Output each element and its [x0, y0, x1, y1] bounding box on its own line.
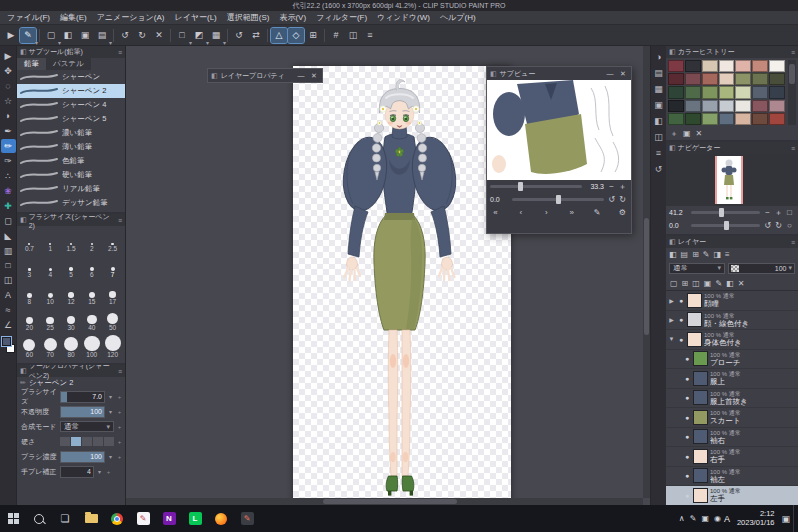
brush-size-option[interactable]: 12 — [61, 281, 82, 306]
canvas-vertical-scrollbar[interactable] — [643, 46, 650, 498]
grid-view-icon[interactable]: # — [328, 28, 344, 43]
blend-mode-select[interactable]: 通常 ▾ — [669, 263, 725, 274]
folder-caret-icon[interactable]: ▶ — [668, 297, 675, 304]
brush-size-option[interactable]: 30 — [61, 307, 82, 332]
layer-property-floating-window[interactable]: ◧ レイヤープロパティ — ✕ — [207, 68, 323, 83]
layer-visibility-icon[interactable]: ● — [683, 433, 691, 440]
layer-opacity-control[interactable]: 100 ▾ — [728, 263, 795, 274]
operation-tool[interactable]: ▶ — [1, 49, 16, 63]
hardness-segment[interactable] — [82, 437, 92, 446]
property-expand-icon[interactable]: + — [116, 409, 123, 415]
panel-menu-icon[interactable]: ≡ — [118, 217, 122, 224]
color-swatch[interactable] — [719, 86, 735, 98]
document-canvas[interactable] — [293, 66, 511, 505]
color-swatch[interactable] — [719, 100, 735, 112]
rotate-left-icon[interactable]: ↺ — [606, 194, 617, 205]
auto-select-tool[interactable]: ☆ — [1, 94, 16, 108]
layer-row[interactable]: ●100 % 通常袖右 — [666, 428, 798, 448]
layer-tab-icon[interactable]: ≡ — [656, 148, 661, 158]
layer-visibility-icon[interactable]: ● — [683, 492, 691, 499]
brush-size-option[interactable]: 0.7 — [19, 228, 40, 253]
slider-knob[interactable] — [556, 195, 561, 204]
deselect-icon[interactable]: □▾ — [174, 28, 190, 43]
tray-display-icon[interactable]: ▣ — [701, 514, 709, 523]
color-set-tab-icon[interactable]: ▦ — [654, 84, 663, 94]
color-swatch[interactable] — [752, 73, 768, 85]
show-desktop-button[interactable] — [793, 505, 798, 532]
brush-item[interactable]: 色鉛筆 — [17, 154, 125, 168]
brush-size-option[interactable]: 40 — [81, 307, 102, 332]
undo-icon[interactable]: ↺ — [117, 28, 133, 43]
brush-item[interactable]: デッサン鉛筆 — [17, 196, 125, 210]
subview-tab-icon[interactable]: ◫ — [654, 132, 663, 142]
navigator-zoom-slider[interactable] — [691, 211, 760, 214]
layer-color-icon[interactable]: ◧ — [669, 250, 677, 259]
rotate-left-icon[interactable]: ↺ — [762, 220, 773, 231]
color-swatch[interactable] — [735, 86, 751, 98]
mask-layer-icon[interactable]: ◧ — [726, 279, 734, 288]
brush-size-option[interactable]: 50 — [102, 307, 123, 332]
brush-item[interactable]: リアル鉛筆 — [17, 182, 125, 196]
clip-studio-app-icon[interactable]: ✎ — [130, 505, 156, 532]
hardness-segment[interactable] — [60, 437, 70, 446]
brush-item[interactable]: シャーペン — [17, 70, 125, 84]
brush-item[interactable]: 濃い鉛筆 — [17, 126, 125, 140]
layer-visibility-icon[interactable]: ● — [683, 394, 691, 401]
snap-special-ruler-icon[interactable]: ◇ — [288, 28, 304, 43]
selection-tool[interactable]: ◌ — [1, 79, 16, 93]
brush-tool[interactable]: ✑ — [1, 154, 16, 168]
color-swatch[interactable] — [719, 73, 735, 85]
navigator-preview[interactable] — [666, 154, 798, 206]
brush-size-option[interactable]: 17 — [102, 281, 123, 306]
panel-menu-icon[interactable]: ≡ — [791, 239, 795, 246]
subview-rotation-slider[interactable] — [512, 198, 604, 201]
property-value[interactable]: 4 — [60, 466, 94, 478]
history-tab-icon[interactable]: ↺ — [655, 164, 663, 174]
color-swatch[interactable] — [735, 60, 751, 72]
prev-image-icon[interactable]: ‹ — [515, 207, 526, 218]
snap-ruler-icon[interactable]: △ — [271, 28, 287, 43]
color-swatch[interactable] — [702, 86, 718, 98]
delete-swatch-icon[interactable]: ✕ — [696, 129, 703, 138]
tray-tablet-icon[interactable]: ✎ — [690, 514, 697, 523]
menu-item[interactable]: ウィンドウ(W) — [372, 12, 435, 23]
layer-visibility-icon[interactable]: ● — [677, 336, 685, 343]
color-wheel-tab-icon[interactable]: ◑ — [656, 52, 661, 62]
add-swatch-icon[interactable]: ＋ — [670, 128, 678, 139]
decoration-tool[interactable]: ❀ — [1, 184, 16, 198]
zoom-out-icon[interactable]: − — [606, 181, 617, 192]
color-swatch[interactable] — [685, 60, 701, 72]
menu-item[interactable]: ファイル(F) — [2, 12, 55, 23]
layer-visibility-icon[interactable]: ● — [683, 414, 691, 421]
swatch-scrollbar[interactable] — [788, 60, 796, 125]
zoom-in-icon[interactable]: ＋ — [773, 207, 784, 218]
color-swatch[interactable] — [668, 100, 684, 112]
next-image-icon[interactable]: › — [541, 207, 552, 218]
brush-size-option[interactable]: 1 — [40, 228, 61, 253]
firefox-app-icon[interactable] — [208, 505, 234, 532]
color-swatch[interactable] — [752, 100, 768, 112]
menu-item[interactable]: 選択範囲(S) — [222, 12, 275, 23]
brush-size-option[interactable]: 10 — [40, 281, 61, 306]
brush-size-option[interactable]: 7 — [102, 255, 123, 279]
layer-visibility-icon[interactable]: ● — [683, 375, 691, 382]
tray-chevron-icon[interactable]: ∧ — [679, 514, 685, 523]
fill-tool[interactable]: ◣ — [1, 229, 16, 243]
brush-size-option[interactable]: 2.5 — [102, 228, 123, 253]
material-palette-icon[interactable]: ◫ — [345, 28, 361, 43]
delete-layer-icon[interactable]: ✕ — [738, 279, 745, 288]
color-swatch[interactable] — [702, 113, 718, 125]
slider-knob[interactable] — [724, 221, 729, 230]
property-slider[interactable]: 100 — [60, 406, 105, 418]
canvas-horizontal-scrollbar[interactable] — [126, 498, 643, 505]
new-canvas-icon[interactable]: ▢▾ — [43, 28, 59, 43]
reset-rotation-icon[interactable]: ○ — [784, 220, 795, 231]
eraser-tool[interactable]: ◻ — [1, 214, 16, 228]
chrome-app-icon[interactable] — [104, 505, 130, 532]
minimize-button[interactable]: — — [296, 72, 306, 79]
property-expand-icon[interactable]: + — [116, 454, 123, 460]
brush-size-option[interactable]: 60 — [19, 334, 40, 359]
brush-item[interactable]: シャーペン 2 — [17, 84, 125, 98]
frame-tool[interactable]: ◫ — [1, 273, 16, 287]
close-button[interactable]: ✕ — [618, 70, 628, 78]
